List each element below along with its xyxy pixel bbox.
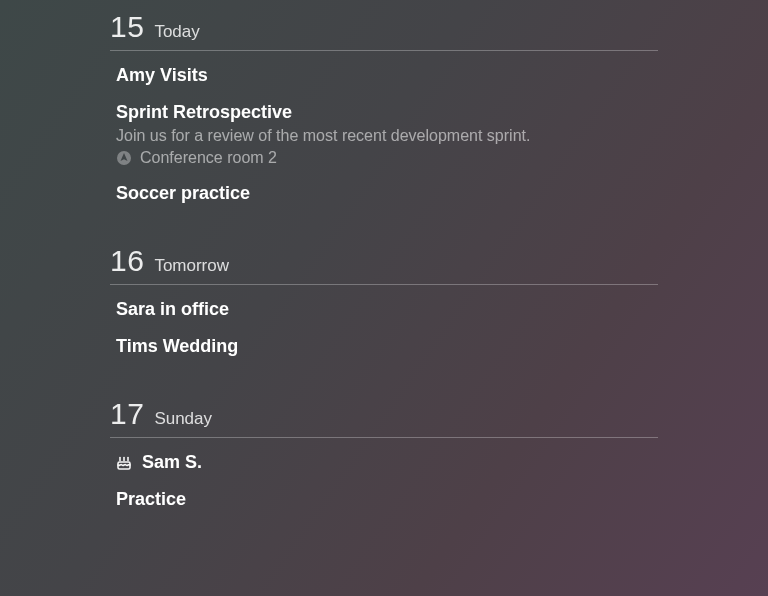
- event-title: Amy Visits: [116, 65, 658, 86]
- event-item[interactable]: Sprint Retrospective Join us for a revie…: [116, 102, 658, 167]
- day-section-tomorrow: 16 Tomorrow Sara in office Tims Wedding: [110, 244, 658, 357]
- agenda-list: 15 Today Amy Visits Sprint Retrospective…: [0, 0, 768, 510]
- day-events: Sara in office Tims Wedding: [110, 285, 658, 357]
- event-item[interactable]: Amy Visits: [116, 65, 658, 86]
- day-header: 16 Tomorrow: [110, 244, 658, 285]
- event-title: Soccer practice: [116, 183, 658, 204]
- day-header: 15 Today: [110, 10, 658, 51]
- event-title: Sprint Retrospective: [116, 102, 658, 123]
- event-title: Sara in office: [116, 299, 658, 320]
- event-title: Tims Wedding: [116, 336, 658, 357]
- day-events: Sam S. Practice: [110, 438, 658, 510]
- day-label: Today: [154, 22, 199, 42]
- birthday-icon: [116, 455, 132, 471]
- day-header: 17 Sunday: [110, 397, 658, 438]
- event-title: Practice: [116, 489, 658, 510]
- day-section-today: 15 Today Amy Visits Sprint Retrospective…: [110, 10, 658, 204]
- day-number: 16: [110, 244, 144, 278]
- day-label: Tomorrow: [154, 256, 229, 276]
- day-label: Sunday: [154, 409, 212, 429]
- location-icon: [116, 150, 132, 166]
- day-number: 15: [110, 10, 144, 44]
- event-item[interactable]: Sam S.: [116, 452, 658, 473]
- event-description: Join us for a review of the most recent …: [116, 127, 658, 145]
- event-item[interactable]: Sara in office: [116, 299, 658, 320]
- day-events: Amy Visits Sprint Retrospective Join us …: [110, 51, 658, 204]
- event-item[interactable]: Tims Wedding: [116, 336, 658, 357]
- event-title: Sam S.: [142, 452, 202, 473]
- event-location: Conference room 2: [116, 149, 658, 167]
- event-location-text: Conference room 2: [140, 149, 277, 167]
- event-item[interactable]: Soccer practice: [116, 183, 658, 204]
- event-item[interactable]: Practice: [116, 489, 658, 510]
- day-section-sunday: 17 Sunday Sam S.: [110, 397, 658, 510]
- day-number: 17: [110, 397, 144, 431]
